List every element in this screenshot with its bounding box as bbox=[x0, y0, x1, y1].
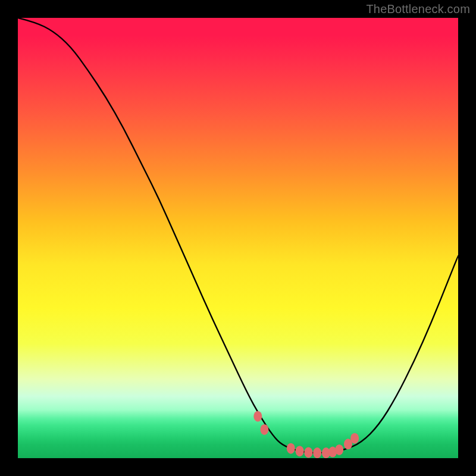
bottleneck-curve-path bbox=[18, 18, 458, 453]
sweet-spot-markers-group bbox=[253, 411, 359, 458]
sweet-spot-marker bbox=[253, 411, 262, 422]
sweet-spot-marker bbox=[296, 446, 304, 456]
chart-stage: TheBottleneck.com bbox=[0, 0, 476, 476]
curve-layer bbox=[18, 18, 458, 458]
sweet-spot-marker bbox=[335, 444, 343, 455]
sweet-spot-marker bbox=[287, 443, 295, 454]
sweet-spot-marker bbox=[304, 447, 312, 458]
watermark-text: TheBottleneck.com bbox=[366, 2, 470, 16]
plot-area bbox=[18, 18, 458, 458]
sweet-spot-marker bbox=[313, 447, 321, 458]
sweet-spot-marker bbox=[260, 424, 268, 435]
sweet-spot-marker bbox=[350, 433, 359, 444]
